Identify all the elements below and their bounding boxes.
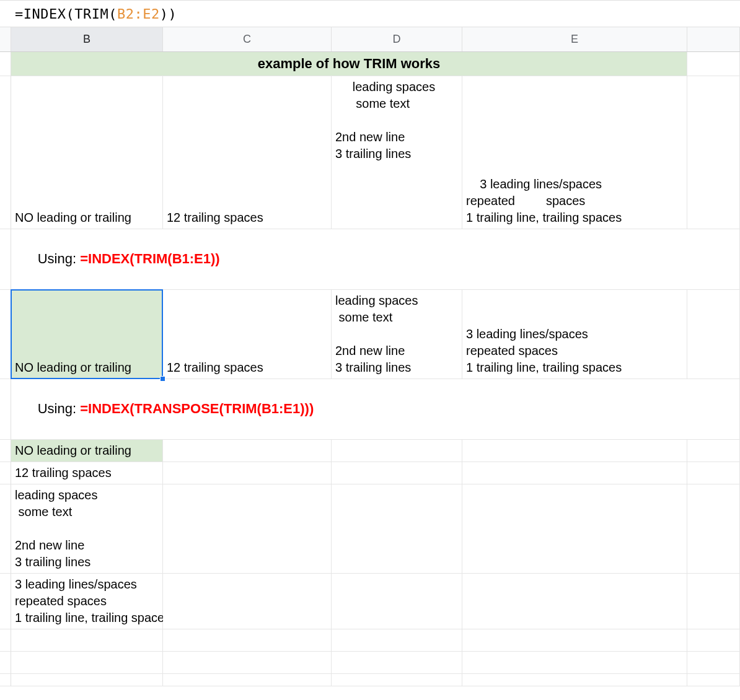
cell-value: NO leading or trailing (15, 359, 159, 376)
cell-empty[interactable] (11, 674, 163, 686)
row-stub[interactable] (0, 440, 11, 462)
row-stub[interactable] (0, 629, 11, 652)
selection-handle[interactable] (160, 376, 165, 382)
row-stub[interactable] (0, 379, 11, 440)
cell-empty[interactable] (332, 652, 462, 674)
cell-E4[interactable]: 3 leading lines/spaces repeated spaces 1… (462, 290, 687, 379)
cell-E9[interactable] (462, 574, 687, 629)
formula-text-prefix: =INDEX(TRIM( (15, 6, 117, 22)
cell-extra[interactable] (687, 462, 740, 484)
cell-B2[interactable]: NO leading or trailing (11, 76, 163, 229)
cell-extra[interactable] (687, 652, 740, 674)
using-formula: =INDEX(TRIM(B1:E1)) (80, 251, 220, 266)
cell-empty[interactable] (462, 674, 687, 686)
cell-empty[interactable] (11, 652, 163, 674)
cell-empty[interactable] (163, 674, 332, 686)
cell-extra[interactable] (687, 76, 740, 229)
cell-D2[interactable]: leading spaces some text 2nd new line 3 … (332, 76, 462, 229)
row-stub[interactable] (0, 574, 11, 629)
cell-empty[interactable] (11, 629, 163, 652)
row-stub[interactable] (0, 290, 11, 379)
cell-E8[interactable] (462, 484, 687, 574)
cell-B4-selected[interactable]: NO leading or trailing (11, 290, 163, 379)
cell-D8[interactable] (332, 484, 462, 574)
cell-B9[interactable]: 3 leading lines/spaces repeated spaces 1… (11, 574, 163, 629)
row-stub[interactable] (0, 462, 11, 484)
cell-empty[interactable] (163, 629, 332, 652)
cell-E2[interactable]: 3 leading lines/spaces repeated spaces 1… (462, 76, 687, 229)
row-stub[interactable] (0, 674, 11, 686)
cell-C6[interactable] (163, 440, 332, 462)
col-header-B[interactable]: B (11, 27, 163, 51)
cell-C7[interactable] (163, 462, 332, 484)
row-stub[interactable] (0, 52, 11, 76)
using-label: Using: (38, 401, 80, 416)
using-label: Using: (38, 251, 80, 266)
spreadsheet-grid: example of how TRIM works NO leading or … (0, 52, 740, 686)
cell-D7[interactable] (332, 462, 462, 484)
row-stub[interactable] (0, 229, 11, 290)
formula-range-ref: B2:E2 (117, 6, 160, 22)
cell-extra[interactable] (687, 290, 740, 379)
cell-empty[interactable] (462, 629, 687, 652)
row-stub[interactable] (0, 652, 11, 674)
cell-D9[interactable] (332, 574, 462, 629)
cell-extra[interactable] (687, 52, 740, 76)
cell-E7[interactable] (462, 462, 687, 484)
col-header-E[interactable]: E (462, 27, 687, 51)
using-row-2[interactable]: Using: =INDEX(TRANSPOSE(TRIM(B1:E1))) (11, 379, 740, 440)
using-row-1[interactable]: Using: =INDEX(TRIM(B1:E1)) (11, 229, 740, 290)
cell-C8[interactable] (163, 484, 332, 574)
formula-bar[interactable]: =INDEX(TRIM(B2:E2)) (0, 0, 740, 27)
row-stub[interactable] (0, 76, 11, 229)
column-headers: B C D E (0, 27, 740, 52)
cell-B7[interactable]: 12 trailing spaces (11, 462, 163, 484)
col-header-extra[interactable] (687, 27, 740, 51)
col-header-C[interactable]: C (163, 27, 332, 51)
cell-E6[interactable] (462, 440, 687, 462)
col-header-D[interactable]: D (332, 27, 462, 51)
using-formula: =INDEX(TRANSPOSE(TRIM(B1:E1))) (80, 401, 314, 416)
cell-extra[interactable] (687, 484, 740, 574)
cell-D6[interactable] (332, 440, 462, 462)
cell-empty[interactable] (332, 674, 462, 686)
row-stub[interactable] (0, 484, 11, 574)
col-header-stub[interactable] (0, 27, 11, 51)
cell-C4[interactable]: 12 trailing spaces (163, 290, 332, 379)
formula-text-suffix: )) (160, 6, 177, 22)
cell-extra[interactable] (687, 440, 740, 462)
cell-C9[interactable] (163, 574, 332, 629)
cell-B8[interactable]: leading spaces some text 2nd new line 3 … (11, 484, 163, 574)
cell-empty[interactable] (332, 629, 462, 652)
cell-empty[interactable] (462, 652, 687, 674)
cell-extra[interactable] (687, 574, 740, 629)
title-cell[interactable]: example of how TRIM works (11, 52, 687, 76)
cell-D4[interactable]: leading spaces some text 2nd new line 3 … (332, 290, 462, 379)
cell-extra[interactable] (687, 674, 740, 686)
cell-empty[interactable] (163, 652, 332, 674)
cell-C2[interactable]: 12 trailing spaces (163, 76, 332, 229)
cell-B6[interactable]: NO leading or trailing (11, 440, 163, 462)
cell-extra[interactable] (687, 629, 740, 652)
